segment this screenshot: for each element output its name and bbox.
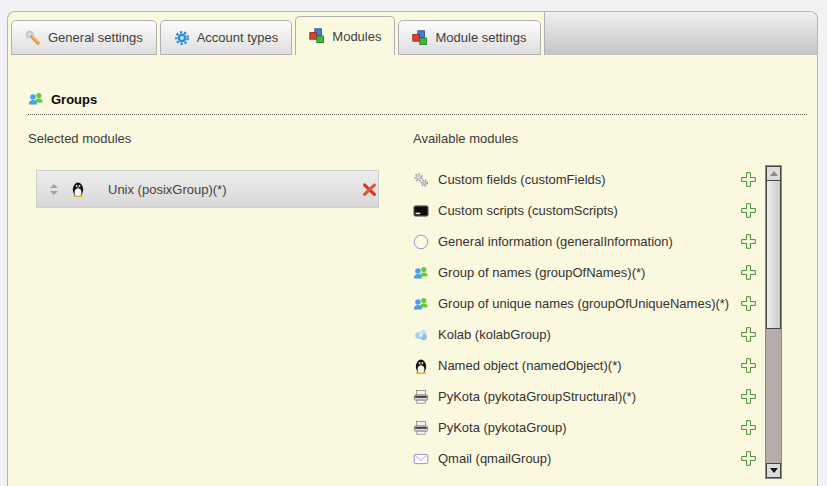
module-settings-icon <box>412 30 428 46</box>
section-header-groups: Groups <box>28 91 807 115</box>
scroll-up-button[interactable] <box>766 166 781 181</box>
available-module-row: Named object (namedObject)(*) <box>413 350 757 381</box>
people-icon <box>413 265 429 281</box>
available-module-row: Qmail (qmailGroup) <box>413 443 757 474</box>
printer-icon <box>413 420 429 436</box>
tab-strip-filler <box>544 12 817 55</box>
available-modules-list: Custom fields (customFields) Custom scri… <box>413 164 817 474</box>
selected-modules-heading: Selected modules <box>28 131 413 146</box>
terminal-icon <box>413 203 429 219</box>
kolab-icon <box>413 327 429 343</box>
selected-module-row[interactable]: Unix (posixGroup)(*) <box>36 170 379 208</box>
available-module-label: Group of unique names (groupOfUniqueName… <box>438 296 729 312</box>
add-module-button[interactable] <box>740 326 757 343</box>
available-module-row: PyKota (pykotaGroupStructural)(*) <box>413 381 757 412</box>
printer-icon <box>413 389 429 405</box>
plus-icon <box>740 202 757 219</box>
available-modules-heading: Available modules <box>413 131 817 146</box>
wrench-icon <box>25 30 41 46</box>
scroll-down-button[interactable] <box>766 463 781 478</box>
modules-icon <box>309 28 325 44</box>
plus-icon <box>740 326 757 343</box>
info-icon <box>413 234 429 250</box>
plus-icon <box>740 295 757 312</box>
available-module-label: Group of names (groupOfNames)(*) <box>438 265 645 281</box>
delete-x-icon <box>361 181 378 198</box>
available-module-label: Kolab (kolabGroup) <box>438 327 551 343</box>
tab-module-settings[interactable]: Module settings <box>398 20 540 55</box>
selected-module-label: Unix (posixGroup)(*) <box>108 182 226 197</box>
plus-icon <box>740 264 757 281</box>
tab-general-settings[interactable]: General settings <box>11 20 157 55</box>
mail-icon <box>413 451 429 467</box>
available-module-row: PyKota (pykotaGroup) <box>413 412 757 443</box>
tux-icon <box>70 181 86 197</box>
available-module-row: Custom scripts (customScripts) <box>413 195 757 226</box>
available-modules-scrollbar[interactable] <box>765 165 782 479</box>
add-module-button[interactable] <box>740 264 757 281</box>
modules-tab-content: Groups Selected modules Unix (posixGroup… <box>8 55 817 474</box>
plus-icon <box>740 171 757 188</box>
available-module-label: Named object (namedObject)(*) <box>438 358 622 374</box>
module-columns: Selected modules Unix (posixGroup)(*) Av… <box>28 131 817 474</box>
tab-label: Account types <box>197 30 279 45</box>
remove-module-button[interactable] <box>349 181 366 198</box>
available-module-row: General information (generalInformation) <box>413 226 757 257</box>
tux-icon <box>413 358 429 374</box>
down-arrow-icon <box>770 468 778 473</box>
gears-icon <box>413 172 429 188</box>
tab-label: General settings <box>48 30 143 45</box>
add-module-button[interactable] <box>740 357 757 374</box>
plus-icon <box>740 450 757 467</box>
available-module-row: Kolab (kolabGroup) <box>413 319 757 350</box>
scrollbar-track[interactable] <box>766 329 781 463</box>
drag-handle-icon[interactable] <box>49 184 58 195</box>
groups-icon <box>28 91 44 107</box>
plus-icon <box>740 388 757 405</box>
section-title: Groups <box>51 92 97 107</box>
add-module-button[interactable] <box>740 171 757 188</box>
add-module-button[interactable] <box>740 419 757 436</box>
available-module-label: Custom scripts (customScripts) <box>438 203 618 219</box>
tab-bar: General settings Account types Modules M… <box>8 12 817 55</box>
add-module-button[interactable] <box>740 450 757 467</box>
plus-icon <box>740 357 757 374</box>
add-module-button[interactable] <box>740 202 757 219</box>
available-modules-column: Available modules Custom fields (customF… <box>413 131 817 474</box>
up-arrow-icon <box>770 171 778 176</box>
tab-account-types[interactable]: Account types <box>160 20 293 55</box>
available-module-label: Qmail (qmailGroup) <box>438 451 551 467</box>
available-module-row: Custom fields (customFields) <box>413 164 757 195</box>
gear-icon <box>174 30 190 46</box>
scrollbar-thumb[interactable] <box>766 181 781 329</box>
tab-label: Modules <box>332 29 381 44</box>
tab-label: Module settings <box>435 30 526 45</box>
available-module-label: Custom fields (customFields) <box>438 172 606 188</box>
add-module-button[interactable] <box>740 295 757 312</box>
available-module-row: Group of unique names (groupOfUniqueName… <box>413 288 757 319</box>
add-module-button[interactable] <box>740 388 757 405</box>
available-module-label: PyKota (pykotaGroup) <box>438 420 567 436</box>
settings-window: General settings Account types Modules M… <box>7 11 818 486</box>
available-module-label: PyKota (pykotaGroupStructural)(*) <box>438 389 636 405</box>
plus-icon <box>740 233 757 250</box>
available-module-label: General information (generalInformation) <box>438 234 673 250</box>
plus-icon <box>740 419 757 436</box>
add-module-button[interactable] <box>740 233 757 250</box>
available-module-row: Group of names (groupOfNames)(*) <box>413 257 757 288</box>
tab-modules[interactable]: Modules <box>295 16 395 55</box>
selected-modules-column: Selected modules Unix (posixGroup)(*) <box>28 131 413 474</box>
people-icon <box>413 296 429 312</box>
